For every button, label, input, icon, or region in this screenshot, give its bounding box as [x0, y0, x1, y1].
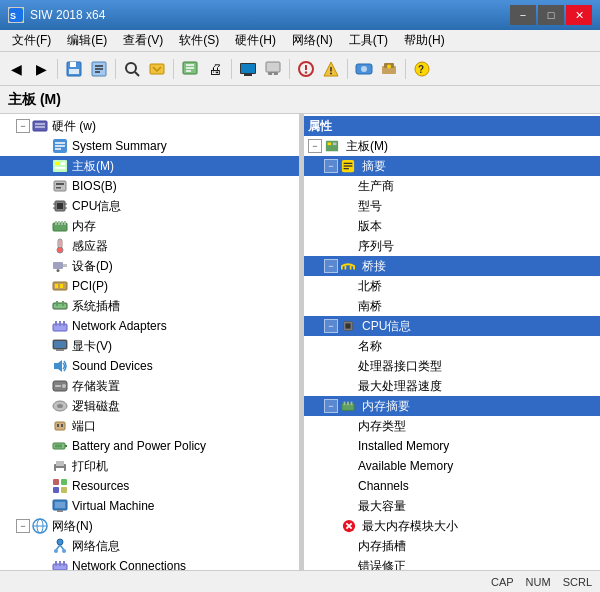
tree-item-memory[interactable]: 内存	[0, 216, 299, 236]
menu-item-6[interactable]: 工具(T)	[341, 30, 396, 51]
prop-mainboard-root[interactable]: − 主板(M)	[304, 136, 600, 156]
cpu-label: CPU信息	[72, 198, 121, 215]
svg-rect-46	[54, 181, 66, 191]
toolbar-btn-7[interactable]	[178, 57, 202, 81]
page-title: 主板 (M)	[8, 91, 61, 109]
sound-label: Sound Devices	[72, 359, 153, 373]
expand-cpu[interactable]: −	[324, 319, 338, 333]
toolbar-btn-2[interactable]: ▶	[29, 57, 53, 81]
prop-group-bridge[interactable]: − 桥接	[304, 256, 600, 276]
printer-label: 打印机	[72, 458, 108, 475]
close-button[interactable]: ✕	[566, 5, 592, 25]
tree-item-sound[interactable]: Sound Devices	[0, 356, 299, 376]
minimize-button[interactable]: −	[510, 5, 536, 25]
tree-item-system-slots[interactable]: 系统插槽	[0, 296, 299, 316]
prop-mem-type-label: 内存类型	[356, 418, 406, 435]
toolbar-btn-14[interactable]	[377, 57, 401, 81]
tree-item-system-summary[interactable]: System Summary	[0, 136, 299, 156]
toolbar-btn-11[interactable]	[294, 57, 318, 81]
prop-installed-mem-label: Installed Memory	[356, 439, 449, 453]
expand-hardware[interactable]: −	[16, 119, 30, 133]
prop-expand-mainboard[interactable]: −	[308, 139, 322, 153]
svg-rect-110	[55, 561, 57, 566]
svg-rect-89	[65, 445, 67, 447]
tree-group-hardware[interactable]: − 硬件 (w)	[0, 116, 299, 136]
logical-disks-label: 逻辑磁盘	[72, 398, 120, 415]
svg-rect-133	[344, 402, 346, 406]
tree-item-virtual-machine[interactable]: Virtual Machine	[0, 496, 299, 516]
toolbar-btn-8[interactable]: 🖨	[203, 57, 227, 81]
tree-item-network-info[interactable]: 网络信息	[0, 536, 299, 556]
tree-item-storage[interactable]: 存储装置	[0, 376, 299, 396]
tree-item-bios[interactable]: BIOS(B)	[0, 176, 299, 196]
tree-item-ports[interactable]: 端口	[0, 416, 299, 436]
toolbar-btn-5[interactable]	[120, 57, 144, 81]
bios-icon	[52, 178, 68, 194]
toolbar-btn-13[interactable]	[352, 57, 376, 81]
expand-summary[interactable]: −	[324, 159, 338, 173]
menu-item-3[interactable]: 软件(S)	[171, 30, 227, 51]
menu-item-0[interactable]: 文件(F)	[4, 30, 59, 51]
prop-summary-label: 摘要	[360, 158, 386, 175]
toolbar-btn-4[interactable]	[87, 57, 111, 81]
prop-north-bridge: 北桥	[304, 276, 600, 296]
tree-item-network-adapters[interactable]: Network Adapters	[0, 316, 299, 336]
prop-group-cpu[interactable]: − CPU信息	[304, 316, 600, 336]
tree-item-cpu[interactable]: CPU信息	[0, 196, 299, 216]
toolbar-sep-4	[231, 59, 232, 79]
tree-item-logical-disks[interactable]: 逻辑磁盘	[0, 396, 299, 416]
svg-rect-86	[57, 424, 59, 427]
tree-item-sensors[interactable]: 感应器	[0, 236, 299, 256]
prop-channels: Channels	[304, 476, 600, 496]
svg-text:?: ?	[418, 64, 424, 75]
svg-rect-74	[59, 321, 61, 326]
tree-item-resources[interactable]: Resources	[0, 476, 299, 496]
svg-rect-19	[266, 62, 280, 72]
expand-memory[interactable]: −	[324, 399, 338, 413]
menu-item-1[interactable]: 编辑(E)	[59, 30, 115, 51]
prop-mem-slots-label: 内存插槽	[356, 538, 406, 555]
menu-item-2[interactable]: 查看(V)	[115, 30, 171, 51]
prop-memory-icon	[340, 398, 356, 414]
prop-installed-mem: Installed Memory	[304, 436, 600, 456]
svg-rect-135	[351, 402, 353, 406]
window-controls[interactable]: − □ ✕	[510, 5, 592, 25]
maximize-button[interactable]: □	[538, 5, 564, 25]
toolbar-btn-3[interactable]	[62, 57, 86, 81]
toolbar-btn-12[interactable]	[319, 57, 343, 81]
tree-item-printer[interactable]: 打印机	[0, 456, 299, 476]
toolbar-btn-10[interactable]	[261, 57, 285, 81]
toolbar-btn-1[interactable]: ◀	[4, 57, 28, 81]
menu-item-5[interactable]: 网络(N)	[284, 30, 341, 51]
right-properties-panel: 属性 − 主板(M) − 摘要 生产商 型号 版本 序列号 −	[304, 114, 600, 570]
prop-group-summary[interactable]: − 摘要	[304, 156, 600, 176]
prop-cpu-icon	[340, 318, 356, 334]
tree-item-mainboard[interactable]: 主板(M)	[0, 156, 299, 176]
menu-item-4[interactable]: 硬件(H)	[227, 30, 284, 51]
svg-rect-11	[150, 64, 164, 74]
prop-cpu-max-speed: 最大处理器速度	[304, 376, 600, 396]
expand-bridge[interactable]: −	[324, 259, 338, 273]
network-group-label: 网络(N)	[52, 518, 93, 535]
svg-point-84	[57, 404, 63, 408]
network-info-label: 网络信息	[72, 538, 120, 555]
tree-item-battery[interactable]: Battery and Power Policy	[0, 436, 299, 456]
svg-rect-122	[328, 143, 332, 146]
tree-item-network-connections[interactable]: Network Connections	[0, 556, 299, 570]
tree-item-display[interactable]: 显卡(V)	[0, 336, 299, 356]
prop-cpu-label: CPU信息	[360, 318, 411, 335]
expand-network[interactable]: −	[16, 519, 30, 533]
prop-max-module-error-icon	[342, 518, 358, 534]
svg-rect-92	[56, 461, 64, 466]
tree-item-pci[interactable]: PCI(P)	[0, 276, 299, 296]
toolbar-btn-15[interactable]: ?	[410, 57, 434, 81]
tree-item-devices[interactable]: 设备(D)	[0, 256, 299, 276]
toolbar-btn-6[interactable]	[145, 57, 169, 81]
svg-rect-121	[326, 141, 338, 152]
toolbar-btn-9[interactable]	[236, 57, 260, 81]
prop-available-mem: Available Memory	[304, 456, 600, 476]
prop-manufacturer: 生产商	[304, 176, 600, 196]
prop-group-memory[interactable]: − 内存摘要	[304, 396, 600, 416]
tree-group-network[interactable]: − 网络(N)	[0, 516, 299, 536]
menu-item-7[interactable]: 帮助(H)	[396, 30, 453, 51]
